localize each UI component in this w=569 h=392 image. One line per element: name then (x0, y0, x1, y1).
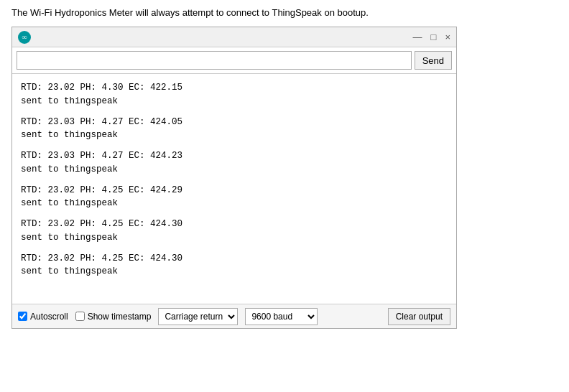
output-block: RTD: 23.02 PH: 4.30 EC: 422.15sent to th… (21, 81, 448, 108)
output-line: sent to thingspeak (21, 163, 448, 177)
output-line: sent to thingspeak (21, 265, 448, 279)
autoscroll-label[interactable]: Autoscroll (18, 312, 68, 322)
send-input[interactable] (17, 51, 412, 70)
arduino-logo: ∞ (18, 31, 31, 44)
send-button[interactable]: Send (415, 51, 452, 70)
output-line: RTD: 23.03 PH: 4.27 EC: 424.05 (21, 116, 448, 129)
baud-rate-select[interactable]: 300 baud1200 baud2400 baud4800 baud9600 … (245, 308, 318, 325)
output-line: RTD: 23.02 PH: 4.25 EC: 424.30 (21, 252, 448, 266)
autoscroll-checkbox[interactable] (18, 312, 27, 321)
output-line: RTD: 23.02 PH: 4.25 EC: 424.29 (21, 184, 448, 197)
send-bar: Send (12, 47, 456, 74)
output-line: sent to thingspeak (21, 95, 448, 108)
show-timestamp-checkbox[interactable] (75, 312, 85, 321)
clear-output-button[interactable]: Clear output (388, 308, 450, 325)
output-line: RTD: 23.03 PH: 4.27 EC: 424.23 (21, 149, 448, 163)
show-timestamp-text: Show timestamp (88, 312, 152, 322)
page-description: The Wi-Fi Hydroponics Meter will always … (11, 7, 558, 18)
show-timestamp-label[interactable]: Show timestamp (75, 312, 152, 322)
status-bar: Autoscroll Show timestamp No line ending… (12, 304, 456, 328)
close-button[interactable]: × (445, 32, 450, 42)
title-bar-left: ∞ (18, 31, 31, 44)
title-bar: ∞ — □ × (12, 27, 456, 47)
arduino-logo-symbol: ∞ (22, 33, 27, 41)
autoscroll-text: Autoscroll (30, 312, 68, 322)
output-block: RTD: 23.03 PH: 4.27 EC: 424.05sent to th… (21, 116, 448, 143)
output-line: sent to thingspeak (21, 231, 448, 245)
carriage-return-select[interactable]: No line endingNewlineCarriage returnBoth… (158, 308, 238, 325)
output-block: RTD: 23.02 PH: 4.25 EC: 424.30sent to th… (21, 218, 448, 245)
output-line: RTD: 23.02 PH: 4.25 EC: 424.30 (21, 218, 448, 231)
output-line: sent to thingspeak (21, 129, 448, 142)
title-bar-controls: — □ × (413, 32, 450, 42)
output-block: RTD: 23.03 PH: 4.27 EC: 424.23sent to th… (21, 149, 448, 177)
output-block: RTD: 23.02 PH: 4.25 EC: 424.30sent to th… (21, 252, 448, 279)
output-area: RTD: 23.02 PH: 4.30 EC: 422.15sent to th… (12, 74, 456, 304)
output-line: sent to thingspeak (21, 197, 448, 210)
maximize-button[interactable]: □ (431, 32, 437, 42)
status-bar-left: Autoscroll Show timestamp (18, 312, 151, 322)
output-block: RTD: 23.02 PH: 4.25 EC: 424.29sent to th… (21, 184, 448, 211)
output-line: RTD: 23.02 PH: 4.30 EC: 422.15 (21, 81, 448, 95)
serial-monitor-window: ∞ — □ × Send RTD: 23.02 PH: 4.30 EC: 422… (11, 27, 457, 329)
minimize-button[interactable]: — (413, 32, 422, 42)
